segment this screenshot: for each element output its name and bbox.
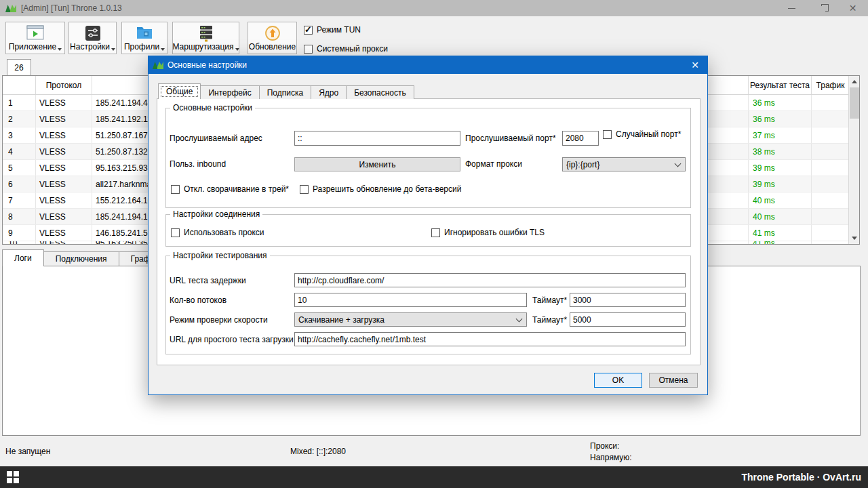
checkbox-label: Откл. сворачивание в трей* xyxy=(184,184,289,194)
row-traffic xyxy=(812,241,850,245)
routing-menu-button[interactable]: Маршрутизация xyxy=(172,22,239,54)
dialog-tab[interactable]: Интерфейс xyxy=(200,85,259,99)
minimize-button[interactable] xyxy=(776,0,807,16)
main-titlebar: [Admin] [Tun] Throne 1.0.13 ✕ xyxy=(0,0,868,16)
close-button[interactable]: ✕ xyxy=(837,0,868,16)
speed-mode-select[interactable]: Скачивание + загрузка xyxy=(294,312,527,327)
listen-port-input[interactable] xyxy=(562,131,599,146)
app-logo-icon xyxy=(5,4,16,13)
checkbox-box xyxy=(304,45,313,54)
app-menu-button[interactable]: Приложение xyxy=(5,22,65,54)
row-number: 10 xyxy=(3,241,36,245)
restore-button[interactable] xyxy=(807,0,837,16)
timeout-input[interactable] xyxy=(570,293,686,307)
cancel-button[interactable]: Отмена xyxy=(649,373,698,388)
dialog-tab-page: Основные настройки Прослушиваемый адрес … xyxy=(157,98,701,365)
timeout2-input[interactable] xyxy=(570,312,686,327)
custom-inbound-label: Польз. inbound xyxy=(170,159,226,169)
edit-inbound-button[interactable]: Изменить xyxy=(294,157,460,171)
close-icon: ✕ xyxy=(849,3,857,13)
restore-icon xyxy=(819,6,825,12)
proxy-format-select[interactable]: {ip}:{port} xyxy=(562,157,686,171)
checkbox-box xyxy=(603,130,612,139)
bottom-tab[interactable]: Подключения xyxy=(43,251,119,266)
status-state: Не запущен xyxy=(5,447,50,456)
taskbar: Throne Portable · OvArt.ru xyxy=(0,466,868,488)
checkbox-label: Системный прокси xyxy=(317,44,388,54)
checkbox-label: Использовать прокси xyxy=(184,228,264,237)
settings-dialog: Основные настройки ✕ ОбщиеИнтерфейсПодпи… xyxy=(148,56,708,395)
listen-address-input[interactable] xyxy=(294,131,460,146)
latency-url-input[interactable] xyxy=(294,273,686,287)
dialog-tab[interactable]: Общие xyxy=(158,83,201,99)
disable-tray-checkbox[interactable]: Откл. сворачивание в трей* xyxy=(171,184,289,194)
row-protocol: VLESS xyxy=(36,95,92,110)
row-test-result: 40 ms xyxy=(749,209,812,224)
dialog-tab[interactable]: Подписка xyxy=(259,85,311,99)
row-traffic xyxy=(812,95,850,110)
listen-port-label: Прослушиваемый порт* xyxy=(465,134,556,143)
checkbox-label: Игнорировать ошибки TLS xyxy=(444,228,545,237)
dialog-tab[interactable]: Ядро xyxy=(311,85,347,99)
checkbox-box xyxy=(431,228,440,237)
status-mixed-port: Mixed: [::]:2080 xyxy=(290,447,346,456)
header-protocol[interactable]: Протокол xyxy=(36,76,92,94)
row-protocol: VLESS xyxy=(36,176,92,192)
update-button[interactable]: Обновление xyxy=(248,22,297,54)
checkbox-label: Случайный порт* xyxy=(616,129,681,139)
checkbox-box xyxy=(171,228,180,237)
profiles-menu-button[interactable]: Профили xyxy=(121,22,167,54)
header-traffic[interactable]: Трафик xyxy=(812,76,850,94)
checkbox-label: Режим TUN xyxy=(317,25,361,35)
toolbar-button-label: Обновление xyxy=(249,42,296,52)
taskbar-brand: Throne Portable · OvArt.ru xyxy=(741,472,861,483)
row-number: 6 xyxy=(3,176,36,192)
group-tab-26[interactable]: 26 xyxy=(7,59,31,76)
random-port-checkbox[interactable]: Случайный порт* xyxy=(603,129,681,139)
tun-mode-checkbox[interactable]: Режим TUN xyxy=(304,25,361,35)
proxy-format-label: Формат прокси xyxy=(465,159,522,169)
row-traffic xyxy=(812,192,850,208)
row-protocol: VLESS xyxy=(36,144,92,159)
row-number: 3 xyxy=(3,127,36,143)
dialog-close-button[interactable]: ✕ xyxy=(683,56,707,74)
bottom-tab[interactable]: Логи xyxy=(2,249,44,266)
row-protocol: VLESS xyxy=(36,111,92,127)
download-url-input[interactable] xyxy=(294,332,686,346)
row-number: 4 xyxy=(3,144,36,159)
screen: [Admin] [Tun] Throne 1.0.13 ✕ Приложение xyxy=(0,0,868,488)
toolbar: Приложение Настройки Профили xyxy=(0,16,868,58)
scrollbar-down-icon[interactable] xyxy=(849,232,860,244)
header-num[interactable] xyxy=(3,76,36,94)
toolbar-button-label: Профили xyxy=(124,42,159,52)
use-proxy-checkbox[interactable]: Использовать прокси xyxy=(171,228,264,237)
row-test-result: 36 ms xyxy=(749,111,812,127)
row-protocol: VLESS xyxy=(36,225,92,241)
row-traffic xyxy=(812,160,850,176)
table-scrollbar[interactable] xyxy=(848,76,859,244)
checkbox-box xyxy=(300,185,309,194)
settings-menu-button[interactable]: Настройки xyxy=(68,22,117,54)
chevron-down-icon xyxy=(675,161,682,167)
update-arrow-icon xyxy=(264,25,281,41)
threads-input[interactable] xyxy=(294,293,527,307)
row-test-result: 36 ms xyxy=(749,95,812,110)
listen-address-label: Прослушиваемый адрес xyxy=(170,134,262,143)
scrollbar-up-icon[interactable] xyxy=(849,76,860,87)
ignore-tls-checkbox[interactable]: Игнорировать ошибки TLS xyxy=(431,228,545,237)
row-traffic xyxy=(812,225,850,241)
status-proxy: Прокси: xyxy=(590,441,619,451)
row-number: 7 xyxy=(3,192,36,208)
dialog-tab[interactable]: Безопасность xyxy=(346,85,414,99)
header-test-result[interactable]: Результат теста xyxy=(749,76,812,94)
checkbox-box xyxy=(304,26,313,35)
system-proxy-checkbox[interactable]: Системный прокси xyxy=(304,44,388,54)
scrollbar-thumb[interactable] xyxy=(850,87,859,119)
ok-button[interactable]: OK xyxy=(594,373,642,388)
windows-start-icon[interactable] xyxy=(7,471,19,483)
allow-beta-checkbox[interactable]: Разрешить обновление до бета-версий xyxy=(300,184,461,194)
row-traffic xyxy=(812,176,850,192)
row-traffic xyxy=(812,111,850,127)
row-protocol: VLESS xyxy=(36,192,92,208)
latency-url-label: URL теста задержки xyxy=(170,276,246,285)
